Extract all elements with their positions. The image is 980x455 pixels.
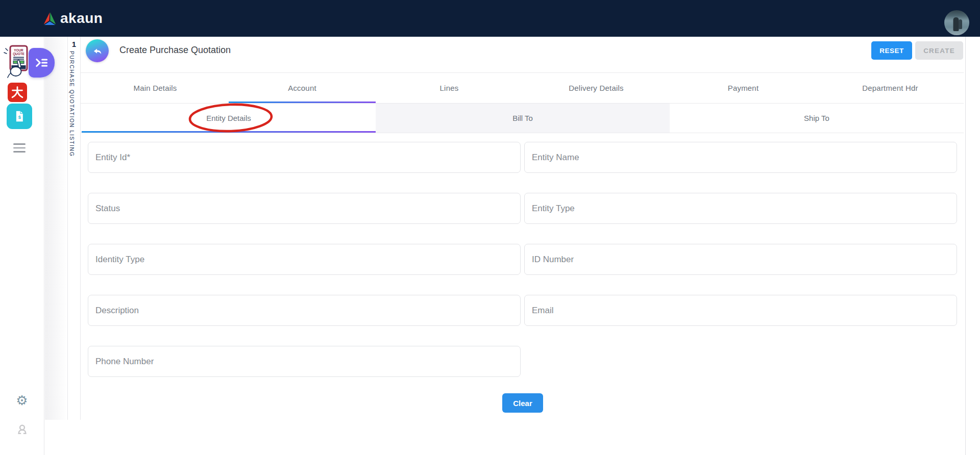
- page-title: Create Purchase Quotation: [119, 45, 231, 56]
- listing-index: 1: [68, 40, 80, 48]
- app-sidebar: YOUR QUOTE: [0, 37, 44, 455]
- id-number-field[interactable]: [524, 244, 957, 275]
- settings-gear-icon[interactable]: ⚙: [10, 394, 34, 407]
- back-arrow-icon: [92, 45, 103, 57]
- entity-details-form: [88, 142, 957, 377]
- tab-delivery-details[interactable]: Delivery Details: [523, 72, 670, 103]
- reset-button[interactable]: RESET: [871, 41, 912, 60]
- user-profile-icon[interactable]: [11, 423, 33, 437]
- user-avatar[interactable]: [944, 10, 969, 35]
- tab-lines[interactable]: Lines: [376, 72, 523, 103]
- divider: [80, 37, 81, 420]
- person-outline-icon: [16, 423, 28, 435]
- listing-strip-label[interactable]: PURCHASE QUOTATION LISTING: [69, 51, 75, 157]
- create-button[interactable]: CREATE: [915, 41, 963, 60]
- panel-shadow: [45, 37, 67, 420]
- back-button[interactable]: [86, 39, 109, 62]
- avatar-figure-2: [959, 19, 962, 29]
- subtab-entity-details[interactable]: Entity Details: [82, 104, 376, 133]
- phone-number-field[interactable]: [88, 346, 521, 377]
- chinese-character-da-icon: [10, 85, 25, 100]
- description-field[interactable]: [88, 295, 521, 326]
- entity-id-field[interactable]: [88, 142, 521, 173]
- subtab-ship-to[interactable]: Ship To: [670, 104, 964, 133]
- sidebar-item-purchase-quotation-app[interactable]: YOUR QUOTE: [3, 45, 31, 79]
- brand-logo[interactable]: akaun: [43, 10, 103, 27]
- app-list-menu-icon[interactable]: [13, 143, 26, 153]
- entity-name-field[interactable]: [524, 142, 957, 173]
- tab-main-details[interactable]: Main Details: [82, 72, 229, 103]
- brand-name: akaun: [60, 10, 103, 27]
- avatar-figure: [953, 17, 959, 31]
- email-field[interactable]: [524, 295, 957, 326]
- tab-department-hdr[interactable]: Department Hdr: [817, 72, 964, 103]
- dollar-document-icon: $: [11, 108, 28, 125]
- main-tabs: Main Details Account Lines Delivery Deta…: [82, 72, 964, 103]
- svg-text:YOUR: YOUR: [14, 48, 23, 52]
- entity-type-field[interactable]: [524, 193, 957, 224]
- expand-menu-icon: [33, 56, 51, 69]
- divider: [81, 133, 964, 133]
- svg-text:$: $: [18, 114, 21, 120]
- identity-type-field[interactable]: [88, 244, 521, 275]
- divider: [67, 37, 68, 420]
- akaun-triangle-icon: [43, 12, 57, 26]
- svg-text:QUOTE: QUOTE: [13, 52, 24, 56]
- sidebar-item-billing-doc-app[interactable]: $: [7, 104, 32, 129]
- account-subtabs: Entity Details Bill To Ship To: [82, 104, 964, 133]
- purchase-quote-tablet-icon: YOUR QUOTE: [3, 45, 31, 79]
- subtab-bill-to[interactable]: Bill To: [376, 104, 670, 133]
- tab-payment[interactable]: Payment: [670, 72, 817, 103]
- scrollbar-gutter-divider: [965, 37, 966, 455]
- clear-button[interactable]: Clear: [502, 393, 543, 413]
- status-field[interactable]: [88, 193, 521, 224]
- app-window: akaun YOUR QUOTE: [0, 0, 980, 455]
- sidebar-item-dah-sing-app[interactable]: [8, 83, 27, 102]
- topbar: akaun: [0, 0, 980, 37]
- tab-account[interactable]: Account: [229, 72, 376, 103]
